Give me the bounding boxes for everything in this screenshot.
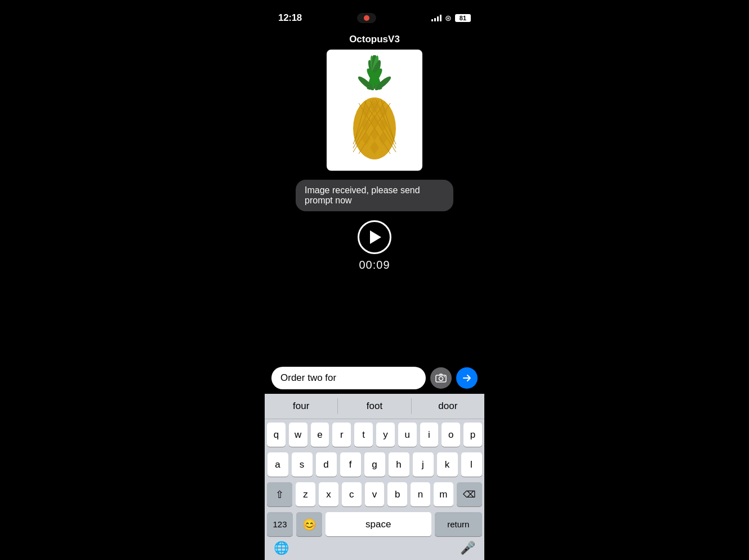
key-x[interactable]: x	[319, 482, 338, 506]
key-n[interactable]: n	[411, 482, 430, 506]
key-return[interactable]: return	[435, 512, 482, 536]
signal-bar-3	[437, 16, 439, 21]
key-d[interactable]: d	[316, 452, 337, 477]
status-time: 12:18	[278, 12, 302, 24]
message-input[interactable]	[271, 367, 426, 389]
status-icons: ⊛ 81	[431, 14, 471, 23]
signal-bars-icon	[431, 15, 442, 21]
pineapple-image	[327, 50, 422, 171]
phone-frame: 12:18 ⊛ 81 OctopusV3	[265, 0, 484, 560]
keyboard-row-4: 123 😊 space return	[267, 512, 482, 536]
app-title: OctopusV3	[265, 28, 484, 50]
key-t[interactable]: t	[354, 423, 373, 447]
key-b[interactable]: b	[387, 482, 407, 506]
key-k[interactable]: k	[437, 452, 458, 477]
key-shift[interactable]: ⇧	[267, 482, 292, 506]
suggestion-four[interactable]: four	[265, 398, 338, 414]
status-bar: 12:18 ⊛ 81	[265, 0, 484, 28]
svg-point-30	[439, 377, 443, 381]
key-o[interactable]: o	[442, 423, 460, 447]
key-w[interactable]: w	[289, 423, 307, 447]
signal-bar-4	[440, 15, 442, 21]
globe-icon[interactable]: 🌐	[274, 541, 289, 555]
key-space[interactable]: space	[326, 512, 431, 536]
status-center	[357, 13, 376, 23]
key-emoji[interactable]: 😊	[296, 512, 322, 536]
suggestion-door[interactable]: door	[412, 398, 484, 414]
input-area	[265, 362, 484, 394]
wifi-icon: ⊛	[445, 14, 452, 23]
delete-icon: ⌫	[463, 489, 476, 500]
send-icon	[462, 373, 472, 383]
keyboard-row-1: q w e r t y u i o p	[267, 423, 482, 447]
recording-pill	[357, 13, 376, 23]
shift-icon: ⇧	[275, 488, 284, 501]
suggestion-foot[interactable]: foot	[338, 398, 411, 414]
recording-dot	[364, 15, 369, 21]
svg-point-31	[444, 376, 445, 377]
key-y[interactable]: y	[376, 423, 395, 447]
message-bubble: Image received, please send prompt now	[296, 180, 453, 211]
signal-bar-2	[434, 18, 436, 21]
key-s[interactable]: s	[292, 452, 313, 477]
send-button[interactable]	[456, 367, 478, 389]
chat-area: Image received, please send prompt now 0…	[265, 50, 484, 362]
play-button[interactable]	[358, 220, 391, 254]
key-e[interactable]: e	[311, 423, 329, 447]
keyboard-suggestions: four foot door	[265, 394, 484, 419]
message-text: Image received, please send prompt now	[305, 185, 420, 205]
key-a[interactable]: a	[268, 452, 288, 477]
app-content: OctopusV3	[265, 28, 484, 560]
key-g[interactable]: g	[364, 452, 385, 477]
camera-button[interactable]	[430, 367, 452, 389]
keyboard: four foot door q w e r t y u i o p	[265, 394, 484, 560]
audio-timer: 00:09	[359, 259, 390, 272]
pineapple-leaves	[356, 55, 393, 92]
key-z[interactable]: z	[296, 482, 315, 506]
play-icon	[370, 230, 381, 244]
key-c[interactable]: c	[342, 482, 362, 506]
key-i[interactable]: i	[420, 423, 439, 447]
key-j[interactable]: j	[413, 452, 434, 477]
key-p[interactable]: p	[463, 423, 482, 447]
key-m[interactable]: m	[434, 482, 453, 506]
keyboard-row-3: ⇧ z x c v b n m ⌫	[267, 482, 482, 506]
key-q[interactable]: q	[267, 423, 286, 447]
key-h[interactable]: h	[389, 452, 409, 477]
key-delete[interactable]: ⌫	[457, 482, 482, 506]
pineapple-svg	[335, 55, 414, 165]
camera-icon	[435, 374, 447, 383]
keyboard-row-2: a s d f g h j k l	[267, 452, 482, 477]
key-f[interactable]: f	[340, 452, 361, 477]
key-numbers[interactable]: 123	[267, 512, 293, 536]
battery-indicator: 81	[455, 14, 471, 22]
key-u[interactable]: u	[398, 423, 417, 447]
signal-bar-1	[431, 19, 433, 21]
key-v[interactable]: v	[365, 482, 385, 506]
keyboard-bottom: 🌐 🎤	[265, 539, 484, 560]
audio-player: 00:09	[358, 220, 391, 272]
keyboard-rows: q w e r t y u i o p a s d f g	[265, 419, 484, 539]
key-r[interactable]: r	[332, 423, 351, 447]
microphone-icon[interactable]: 🎤	[460, 541, 475, 555]
key-l[interactable]: l	[461, 452, 482, 477]
